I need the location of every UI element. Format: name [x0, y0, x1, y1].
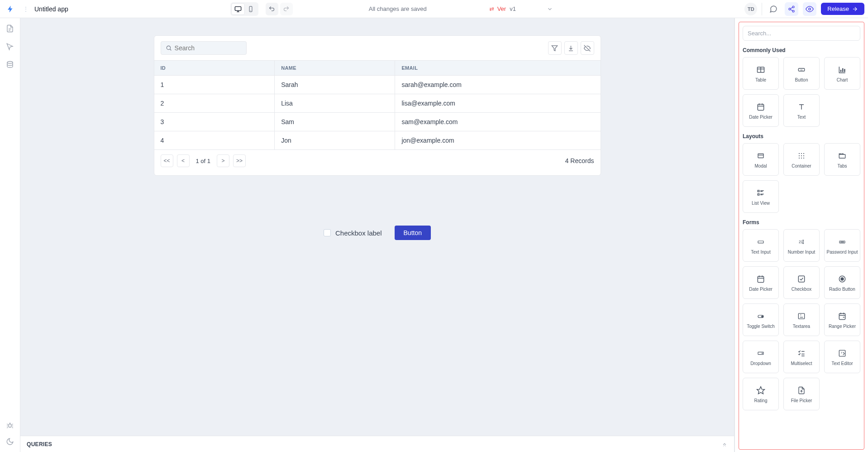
range-picker-icon: [838, 311, 847, 321]
component-list-view[interactable]: List View: [743, 180, 779, 213]
table-icon: [756, 65, 765, 75]
svg-rect-25: [842, 68, 844, 72]
undo-button[interactable]: [266, 3, 278, 15]
table-row[interactable]: 4Jonjon@example.com: [154, 131, 601, 150]
component-tabs[interactable]: Tabs: [824, 143, 860, 176]
svg-rect-0: [235, 6, 241, 10]
queries-expand-icon[interactable]: [721, 441, 728, 447]
debug-icon[interactable]: [6, 421, 14, 429]
table-row[interactable]: 1Sarahsarah@example.com: [154, 76, 601, 94]
version-selector[interactable]: ⇅ Ver v1: [489, 5, 553, 12]
component-date-picker-form[interactable]: Date Picker: [743, 266, 779, 299]
component-modal[interactable]: Modal: [743, 143, 779, 176]
component-dropdown[interactable]: Dropdown: [743, 341, 779, 373]
mobile-device-button[interactable]: [244, 4, 257, 14]
svg-marker-83: [757, 386, 765, 394]
visibility-button[interactable]: [581, 41, 594, 55]
column-header-name[interactable]: NAME: [275, 61, 395, 76]
component-container[interactable]: Container: [783, 143, 820, 176]
dropdown-icon: [756, 348, 766, 358]
pager-info: 1 of 1: [193, 158, 214, 164]
section-title-layouts: Layouts: [743, 133, 860, 139]
pager-first[interactable]: <<: [161, 154, 173, 167]
version-label: Ver: [497, 5, 506, 12]
components-panel: Commonly Used Table OKButton Chart Date …: [734, 18, 868, 452]
version-value: v1: [510, 5, 516, 12]
component-chart[interactable]: Chart: [824, 57, 860, 90]
table-row[interactable]: 2Lisalisa@example.com: [154, 94, 601, 113]
queries-panel-bar[interactable]: QUERIES: [20, 436, 734, 452]
redo-button[interactable]: [280, 3, 293, 15]
component-password-input[interactable]: Password Input: [824, 229, 860, 262]
version-icon: ⇅: [488, 7, 495, 11]
table-search[interactable]: [161, 41, 247, 55]
component-radio-button[interactable]: Radio Button: [824, 266, 860, 299]
component-text-input[interactable]: Text Input: [743, 229, 779, 262]
component-file-picker[interactable]: File Picker: [783, 378, 820, 410]
svg-point-58: [842, 241, 842, 242]
multiselect-icon: [797, 348, 806, 358]
column-header-id[interactable]: ID: [154, 61, 275, 76]
checkbox-box[interactable]: [324, 229, 331, 236]
avatar[interactable]: TD: [744, 3, 757, 15]
component-multiselect[interactable]: Multiselect: [783, 341, 820, 373]
pager-last[interactable]: >>: [233, 154, 246, 167]
svg-rect-33: [758, 154, 763, 158]
comments-button[interactable]: [767, 2, 780, 16]
svg-text:T: T: [841, 351, 843, 354]
datasources-icon[interactable]: [6, 61, 14, 69]
checkbox-widget[interactable]: Checkbox label: [324, 229, 382, 237]
component-button[interactable]: OKButton: [783, 57, 820, 90]
component-number-input[interactable]: 21Number Input: [783, 229, 820, 262]
data-table: ID NAME EMAIL 1Sarahsarah@example.com 2L…: [154, 60, 601, 150]
component-checkbox[interactable]: Checkbox: [783, 266, 820, 299]
chevron-down-icon: [547, 6, 553, 12]
list-view-icon: [756, 188, 765, 198]
svg-point-68: [762, 316, 763, 317]
section-title-commonly-used: Commonly Used: [743, 47, 860, 53]
logo-icon[interactable]: [4, 5, 17, 13]
component-text-editor[interactable]: TText Editor: [824, 341, 860, 373]
preview-button[interactable]: [803, 2, 816, 16]
svg-point-7: [792, 10, 794, 12]
component-search-input[interactable]: [743, 26, 860, 41]
svg-point-14: [7, 62, 13, 64]
release-button[interactable]: Release: [821, 3, 864, 15]
share-button[interactable]: [785, 2, 798, 16]
theme-icon[interactable]: [6, 438, 14, 446]
component-date-picker[interactable]: Date Picker: [743, 94, 779, 127]
text-input-icon: [756, 237, 766, 247]
component-table[interactable]: Table: [743, 57, 779, 90]
pages-icon[interactable]: [6, 24, 14, 33]
app-title[interactable]: Untitled app: [34, 5, 68, 13]
svg-rect-44: [839, 154, 845, 158]
pager-prev[interactable]: <: [177, 154, 190, 167]
column-header-email[interactable]: EMAIL: [395, 61, 601, 76]
svg-point-43: [803, 158, 804, 159]
component-range-picker[interactable]: Range Picker: [824, 303, 860, 336]
svg-point-35: [799, 153, 800, 154]
inspect-icon[interactable]: [6, 43, 14, 51]
table-widget[interactable]: ID NAME EMAIL 1Sarahsarah@example.com 2L…: [154, 35, 601, 176]
desktop-device-button[interactable]: [232, 4, 244, 14]
star-icon: [756, 385, 765, 395]
component-toggle-switch[interactable]: Toggle Switch: [743, 303, 779, 336]
svg-rect-45: [758, 190, 759, 192]
svg-rect-60: [758, 276, 763, 282]
svg-text:21: 21: [799, 240, 803, 244]
table-row[interactable]: 3Samsam@example.com: [154, 113, 601, 131]
table-search-input[interactable]: [175, 44, 242, 52]
button-widget[interactable]: Button: [395, 226, 431, 240]
calendar-icon: [756, 274, 765, 284]
textarea-icon: T: [797, 311, 806, 321]
filter-button[interactable]: [548, 41, 562, 55]
file-picker-icon: [797, 385, 806, 395]
download-button[interactable]: [564, 41, 578, 55]
component-textarea[interactable]: TTextarea: [783, 303, 820, 336]
component-text[interactable]: Text: [783, 94, 820, 127]
header: ⋮ Untitled app All changes a: [0, 0, 868, 18]
component-rating[interactable]: Rating: [743, 378, 779, 410]
pager-next[interactable]: >: [217, 154, 229, 167]
svg-marker-18: [552, 45, 558, 50]
svg-point-66: [841, 278, 844, 280]
